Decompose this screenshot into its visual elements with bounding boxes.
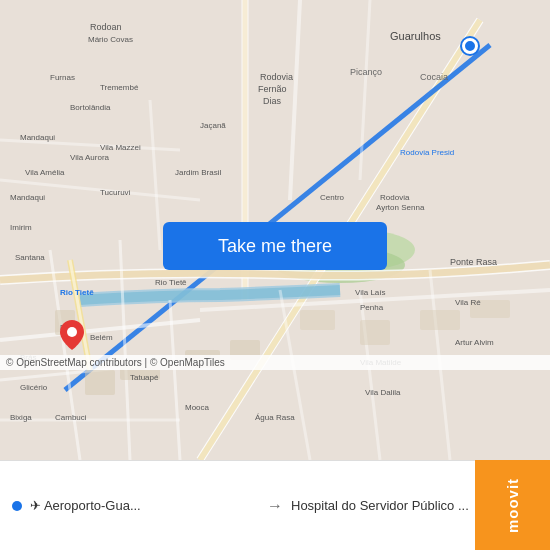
svg-text:Glicério: Glicério [20, 383, 48, 392]
svg-text:Vila Amélia: Vila Amélia [25, 168, 65, 177]
svg-rect-30 [300, 310, 335, 330]
svg-text:Tucuruvi: Tucuruvi [100, 188, 131, 197]
route-row: ✈ Aeroporto-Gua... → Hospital do Servido… [12, 497, 538, 515]
svg-text:Rodovia: Rodovia [260, 72, 293, 82]
svg-text:Rodovia Presid: Rodovia Presid [400, 148, 454, 157]
svg-text:Vila Laís: Vila Laís [355, 288, 386, 297]
origin-dot [12, 501, 22, 511]
svg-text:Vila Dalila: Vila Dalila [365, 388, 401, 397]
svg-text:Mandaqui: Mandaqui [20, 133, 55, 142]
svg-text:Água Rasa: Água Rasa [255, 413, 295, 422]
map-view: Guarulhos Cocaia Picanço Rodoan Mário Co… [0, 0, 550, 460]
copyright-text: © OpenStreetMap contributors | © OpenMap… [0, 355, 550, 370]
svg-text:Cambuci: Cambuci [55, 413, 87, 422]
svg-point-79 [67, 327, 77, 337]
svg-text:Rodovia: Rodovia [380, 193, 410, 202]
moovit-logo: moovit [475, 460, 550, 550]
svg-rect-31 [360, 320, 390, 345]
svg-text:Fernão: Fernão [258, 84, 287, 94]
svg-text:Tatuapé: Tatuapé [130, 373, 159, 382]
svg-text:Furnas: Furnas [50, 73, 75, 82]
route-info-bar: ✈ Aeroporto-Gua... → Hospital do Servido… [0, 460, 550, 550]
svg-text:Mooca: Mooca [185, 403, 210, 412]
take-me-there-button[interactable]: Take me there [163, 222, 387, 270]
route-arrow: → [267, 497, 283, 515]
svg-text:Guarulhos: Guarulhos [390, 30, 441, 42]
svg-text:Centro: Centro [320, 193, 345, 202]
svg-text:Jardim Brasil: Jardim Brasil [175, 168, 221, 177]
destination-marker [60, 320, 84, 350]
svg-text:Belém: Belém [90, 333, 113, 342]
svg-text:Imirim: Imirim [10, 223, 32, 232]
svg-rect-32 [420, 310, 460, 330]
svg-text:Artur Alvim: Artur Alvim [455, 338, 494, 347]
svg-text:Picanço: Picanço [350, 67, 382, 77]
svg-text:Vila Aurora: Vila Aurora [70, 153, 110, 162]
moovit-brand-text: moovit [504, 477, 521, 532]
origin-label: ✈ Aeroporto-Gua... [30, 498, 259, 513]
svg-text:Rio Tietê: Rio Tietê [155, 278, 187, 287]
svg-text:Ayrton Senna: Ayrton Senna [376, 203, 425, 212]
svg-text:Rio Tietê: Rio Tietê [60, 288, 94, 297]
svg-text:Ponte Rasa: Ponte Rasa [450, 257, 497, 267]
svg-text:Santana: Santana [15, 253, 45, 262]
svg-text:Dias: Dias [263, 96, 282, 106]
svg-text:Cocaia: Cocaia [420, 72, 448, 82]
svg-text:Mário Covas: Mário Covas [88, 35, 133, 44]
svg-text:Mandaqui: Mandaqui [10, 193, 45, 202]
svg-text:Vila Mazzei: Vila Mazzei [100, 143, 141, 152]
svg-text:Bixiga: Bixiga [10, 413, 32, 422]
svg-text:Tremembé: Tremembé [100, 83, 139, 92]
svg-text:Rodoan: Rodoan [90, 22, 122, 32]
origin-marker [462, 38, 478, 54]
svg-text:Penha: Penha [360, 303, 384, 312]
svg-text:Bortolândia: Bortolândia [70, 103, 111, 112]
svg-text:Vila Ré: Vila Ré [455, 298, 481, 307]
svg-text:Jaçanã: Jaçanã [200, 121, 226, 130]
svg-rect-25 [85, 370, 115, 395]
